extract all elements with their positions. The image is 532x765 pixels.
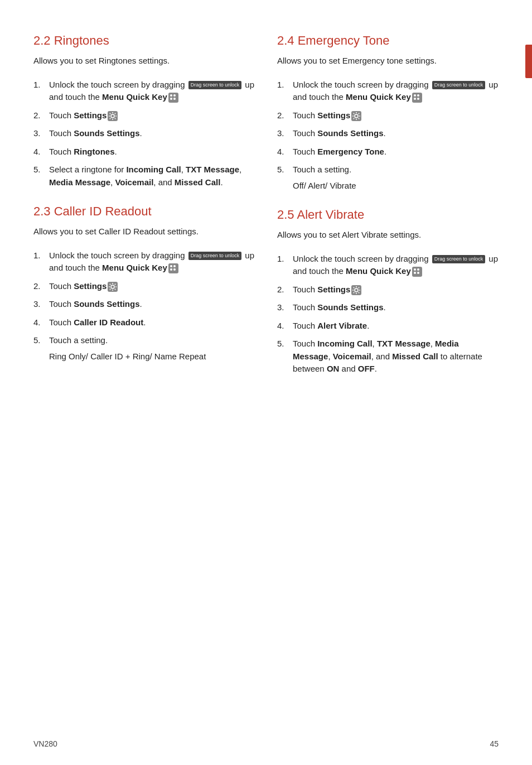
bold-text: Settings (317, 285, 350, 294)
bold-text: Incoming Call (317, 339, 372, 348)
step-text: Touch Settings (293, 109, 499, 122)
bold-text: Incoming Call (126, 165, 181, 174)
step-text: Touch Sounds Settings. (293, 301, 499, 314)
step-number: 3. (33, 298, 49, 311)
column: 2.2 RingtonesAllows you to set Ringtones… (33, 33, 255, 391)
section-section-2-5: 2.5 Alert VibrateAllows you to set Alert… (277, 208, 499, 376)
bold-text: Settings (74, 281, 107, 291)
bold-text: TXT Message (377, 339, 431, 348)
svg-point-2 (170, 98, 172, 100)
bold-text: Caller ID Readout (74, 317, 143, 327)
step-item: 1.Unlock the touch screen by dragging Dr… (277, 79, 499, 104)
step-text: Select a ringtone for Incoming Call, TXT… (49, 163, 255, 189)
step-number: 2. (33, 109, 49, 122)
bold-text: Voicemail (333, 352, 371, 361)
svg-point-7 (170, 268, 172, 271)
step-text: Touch Emergency Tone. (293, 146, 499, 158)
step-number: 4. (277, 146, 293, 158)
bold-text: Menu Quick Key (102, 263, 167, 272)
step-text: Touch a setting.Ring Only/ Caller ID + R… (49, 334, 255, 363)
settings-icon (108, 282, 118, 292)
step-text: Unlock the touch screen by dragging Drag… (293, 79, 499, 104)
step-number: 1. (33, 249, 49, 275)
section-section-2-4: 2.4 Emergency ToneAllows you to set Emer… (277, 33, 499, 192)
svg-point-13 (417, 98, 419, 100)
section-section-2-3: 2.3 Caller ID ReadoutAllows you to set C… (33, 204, 255, 363)
step-text: Touch Alert Vibrate. (293, 320, 499, 333)
step-item: 1.Unlock the touch screen by dragging Dr… (33, 249, 255, 275)
svg-point-1 (173, 94, 176, 97)
bold-text: OFF (358, 364, 375, 373)
svg-point-17 (414, 272, 416, 274)
step-number: 5. (33, 334, 49, 363)
step-item: 3.Touch Sounds Settings. (33, 127, 255, 140)
svg-point-6 (173, 265, 176, 267)
column: 2.4 Emergency ToneAllows you to set Emer… (277, 33, 499, 391)
svg-point-18 (417, 272, 419, 274)
step-number: 1. (277, 253, 293, 278)
step-text: Touch Settings (49, 280, 255, 293)
step-number: 2. (277, 283, 293, 296)
bold-text: TXT Message (186, 165, 239, 174)
step-list: 1.Unlock the touch screen by dragging Dr… (277, 79, 499, 193)
step-item: 2.Touch Settings (277, 283, 499, 296)
settings-icon (351, 285, 361, 295)
page-number: 45 (490, 739, 499, 748)
bold-text: Sounds Settings (317, 302, 383, 312)
step-item: 2.Touch Settings (277, 109, 499, 122)
bold-text: Voicemail (115, 177, 153, 187)
section-title: 2.2 Ringtones (33, 33, 255, 48)
step-item: 5.Touch Incoming Call, TXT Message, Medi… (277, 338, 499, 376)
step-number: 2. (33, 280, 49, 293)
svg-point-0 (170, 94, 172, 97)
step-number: 1. (277, 79, 293, 104)
section-intro: Allows you to set Alert Vibrate settings… (277, 229, 499, 242)
bold-text: Alert Vibrate (317, 321, 367, 330)
bold-text: Settings (74, 110, 107, 120)
red-tab (525, 45, 532, 78)
menu-key-icon (412, 267, 422, 277)
section-intro: Allows you to set Ringtones settings. (33, 55, 255, 68)
step-text: Touch Sounds Settings. (49, 127, 255, 140)
drag-badge: Drag screen to unlock (432, 81, 486, 90)
step-number: 5. (33, 163, 49, 189)
bold-text: Sounds Settings (317, 128, 383, 138)
step-text: Touch Incoming Call, TXT Message, Media … (293, 338, 499, 376)
bold-text: ON (327, 364, 340, 373)
step-indent: Off/ Alert/ Vibrate (293, 180, 499, 193)
bold-text: Menu Quick Key (346, 266, 411, 276)
bold-text: Settings (317, 110, 350, 120)
step-number: 4. (277, 320, 293, 333)
step-item: 4.Touch Alert Vibrate. (277, 320, 499, 333)
bold-text: Media Message (49, 177, 110, 187)
step-text: Unlock the touch screen by dragging Drag… (49, 79, 255, 104)
bold-text: Menu Quick Key (102, 92, 167, 102)
step-number: 4. (33, 146, 49, 158)
section-title: 2.4 Emergency Tone (277, 33, 499, 48)
svg-point-8 (173, 268, 176, 271)
step-list: 1.Unlock the touch screen by dragging Dr… (277, 253, 499, 376)
step-indent: Ring Only/ Caller ID + Ring/ Name Repeat (49, 350, 255, 363)
bold-text: Emergency Tone (317, 147, 384, 156)
svg-point-9 (111, 285, 114, 288)
step-item: 4.Touch Ringtones. (33, 146, 255, 158)
step-item: 3.Touch Sounds Settings. (277, 301, 499, 314)
settings-icon (351, 111, 361, 121)
svg-point-10 (414, 94, 416, 97)
step-text: Touch Sounds Settings. (293, 127, 499, 140)
bold-text: Menu Quick Key (346, 92, 411, 102)
step-number: 3. (277, 301, 293, 314)
svg-point-12 (414, 98, 416, 100)
footer: VN280 45 (0, 739, 532, 748)
menu-key-icon (412, 93, 422, 103)
two-column-layout: 2.2 RingtonesAllows you to set Ringtones… (33, 33, 499, 391)
step-item: 5.Touch a setting.Ring Only/ Caller ID +… (33, 334, 255, 363)
settings-icon (108, 111, 118, 121)
step-text: Touch Sounds Settings. (49, 298, 255, 311)
step-item: 4.Touch Emergency Tone. (277, 146, 499, 158)
svg-point-15 (414, 268, 416, 271)
step-text: Touch Ringtones. (49, 146, 255, 158)
drag-badge: Drag screen to unlock (188, 252, 242, 261)
section-intro: Allows you to set Caller ID Readout sett… (33, 225, 255, 238)
step-text: Touch Caller ID Readout. (49, 316, 255, 329)
